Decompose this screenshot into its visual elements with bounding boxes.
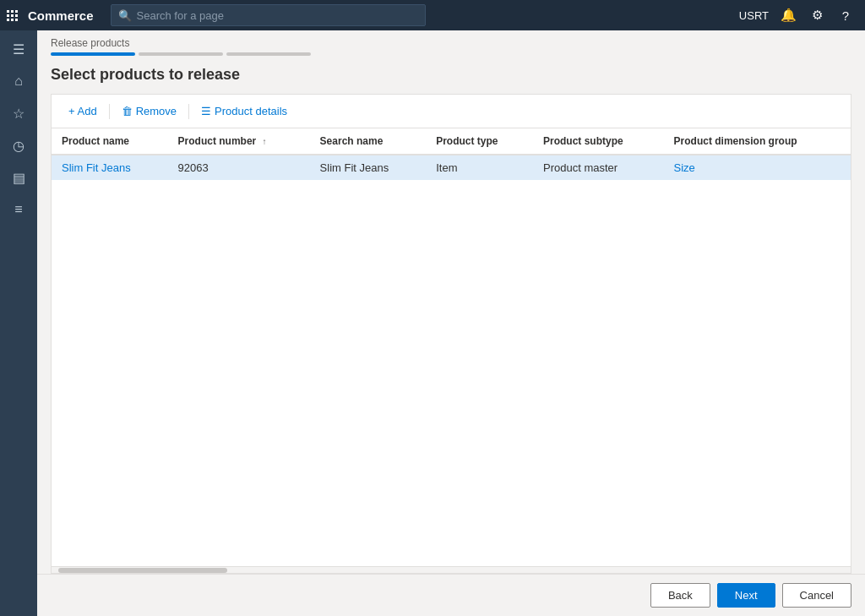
nav-actions: USRT 🔔 ⚙ ? [739,3,858,28]
step-1 [51,52,135,56]
next-button[interactable]: Next [717,583,775,608]
toolbar: + Add 🗑 Remove ☰ Product details [52,95,851,128]
trash-icon: 🗑 [122,105,133,117]
table-header-row: Product name Product number ↑ Search nam… [52,128,851,155]
col-product-dimension-group: Product dimension group [664,128,851,155]
footer: Back Next Cancel [37,574,865,616]
back-button[interactable]: Back [650,583,710,608]
main-content: Release products Select products to rele… [37,30,865,616]
scrollbar-thumb [58,568,227,573]
col-product-subtype: Product subtype [533,128,664,155]
step-3 [226,52,311,56]
sidebar-recent-button[interactable]: ◷ [3,130,34,161]
add-button[interactable]: + Add [62,101,104,121]
horizontal-scrollbar[interactable] [52,566,851,573]
product-name-link[interactable]: Slim Fit Jeans [62,161,131,174]
cell-dimension-group: Size [664,155,851,180]
dimension-group-link[interactable]: Size [674,161,695,174]
col-product-type: Product type [426,128,533,155]
search-bar[interactable]: 🔍 [111,4,426,26]
col-product-name: Product name [52,128,168,155]
search-icon: 🔍 [118,9,132,22]
details-icon: ☰ [201,105,211,117]
toolbar-separator-2 [188,104,189,119]
sort-icon: ↑ [263,137,267,146]
table-container[interactable]: Product name Product number ↑ Search nam… [52,128,851,566]
col-search-name: Search name [310,128,427,155]
cancel-button[interactable]: Cancel [782,583,851,608]
content-card: + Add 🗑 Remove ☰ Product details [51,94,851,574]
cell-search-name: Slim Fit Jeans [310,155,427,180]
product-details-button[interactable]: ☰ Product details [194,101,294,121]
user-label: USRT [739,9,769,22]
progress-steps [37,52,865,66]
sidebar-modules-button[interactable]: ≡ [3,194,34,225]
sidebar-favorites-button[interactable]: ☆ [3,98,34,128]
toolbar-separator-1 [109,104,110,119]
cell-product-type: Item [426,155,533,180]
sidebar-workspaces-button[interactable]: ▤ [3,162,34,193]
top-navigation: Commerce 🔍 USRT 🔔 ⚙ ? [0,0,865,30]
table-row[interactable]: Slim Fit Jeans 92063 Slim Fit Jeans Item… [52,155,851,180]
help-button[interactable]: ? [833,3,858,28]
search-input[interactable] [137,9,418,22]
app-grid-button[interactable] [7,10,18,21]
cell-product-name: Slim Fit Jeans [52,155,168,180]
col-product-number[interactable]: Product number ↑ [168,128,310,155]
cell-product-number: 92063 [168,155,310,180]
remove-button[interactable]: 🗑 Remove [115,101,183,121]
products-table: Product name Product number ↑ Search nam… [52,128,851,180]
cell-product-subtype: Product master [533,155,664,180]
sidebar-menu-button[interactable]: ☰ [3,34,34,64]
step-2 [139,52,223,56]
sidebar-home-button[interactable]: ⌂ [3,66,34,96]
sidebar: ☰ ⌂ ☆ ◷ ▤ ≡ [0,30,37,616]
settings-button[interactable]: ⚙ [804,3,830,28]
page-title: Select products to release [37,66,865,94]
app-title: Commerce [28,8,94,23]
breadcrumb: Release products [37,30,865,52]
notification-button[interactable]: 🔔 [775,3,801,28]
